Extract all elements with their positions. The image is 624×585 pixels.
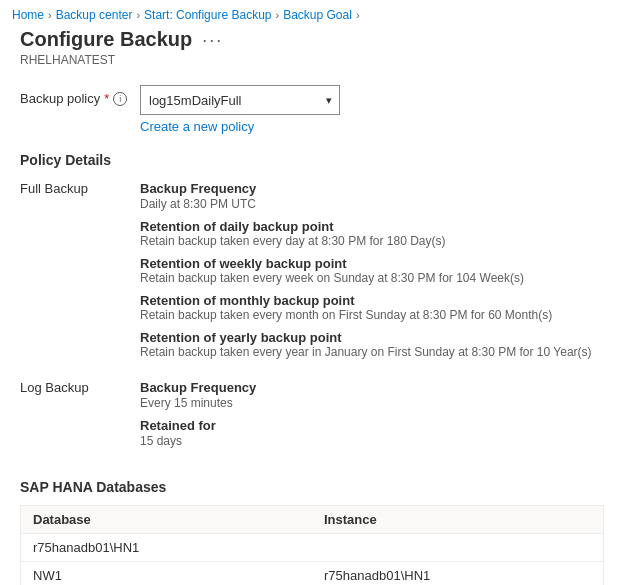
db-row2-instance: r75hanadb01\HN1 xyxy=(312,562,604,586)
breadcrumb-sep-2: › xyxy=(136,9,140,21)
sap-hana-section: SAP HANA Databases Database Instance r75… xyxy=(20,479,604,585)
info-icon[interactable]: i xyxy=(113,92,127,106)
breadcrumb: Home › Backup center › Start: Configure … xyxy=(0,0,624,28)
db-row1-instance xyxy=(312,534,604,562)
retention-weekly-block: Retention of weekly backup point Retain … xyxy=(140,256,604,285)
retention-yearly-block: Retention of yearly backup point Retain … xyxy=(140,330,604,359)
retention-monthly-block: Retention of monthly backup point Retain… xyxy=(140,293,604,322)
log-backup-row: Log Backup Backup Frequency Every 15 min… xyxy=(20,370,604,459)
log-backup-frequency-title: Backup Frequency xyxy=(140,380,604,395)
table-row: NW1 r75hanadb01\HN1 xyxy=(21,562,604,586)
backup-policy-label: Backup policy * i xyxy=(20,85,140,106)
full-backup-row: Full Backup Backup Frequency Daily at 8:… xyxy=(20,178,604,370)
retention-monthly-title: Retention of monthly backup point xyxy=(140,293,604,308)
required-indicator: * xyxy=(104,91,109,106)
log-backup-retained-value: 15 days xyxy=(140,434,604,448)
retention-weekly-text: Retain backup taken every week on Sunday… xyxy=(140,271,604,285)
log-backup-content: Backup Frequency Every 15 minutes Retain… xyxy=(140,370,604,459)
full-backup-label: Full Backup xyxy=(20,178,140,370)
col-database-header: Database xyxy=(21,506,313,534)
retention-yearly-text: Retain backup taken every year in Januar… xyxy=(140,345,604,359)
breadcrumb-sep-1: › xyxy=(48,9,52,21)
create-new-policy-link[interactable]: Create a new policy xyxy=(140,119,604,134)
policy-control-area: log15mDailyFull ▾ Create a new policy xyxy=(140,85,604,134)
policy-select-wrapper: log15mDailyFull ▾ xyxy=(140,85,340,115)
log-backup-frequency-block: Backup Frequency Every 15 minutes xyxy=(140,380,604,410)
log-backup-retained-block: Retained for 15 days xyxy=(140,418,604,448)
policy-details-table: Full Backup Backup Frequency Daily at 8:… xyxy=(20,178,604,459)
sap-hana-section-title: SAP HANA Databases xyxy=(20,479,604,495)
retention-weekly-title: Retention of weekly backup point xyxy=(140,256,604,271)
backup-policy-row: Backup policy * i log15mDailyFull ▾ Crea… xyxy=(20,85,604,134)
db-row2-database: NW1 xyxy=(21,562,313,586)
breadcrumb-sep-4: › xyxy=(356,9,360,21)
retention-daily-block: Retention of daily backup point Retain b… xyxy=(140,219,604,248)
table-header-row: Database Instance xyxy=(21,506,604,534)
breadcrumb-backup-center[interactable]: Backup center xyxy=(56,8,133,22)
full-backup-frequency-title: Backup Frequency xyxy=(140,181,604,196)
breadcrumb-home[interactable]: Home xyxy=(12,8,44,22)
breadcrumb-backup-goal[interactable]: Backup Goal xyxy=(283,8,352,22)
retention-yearly-title: Retention of yearly backup point xyxy=(140,330,604,345)
log-backup-retained-title: Retained for xyxy=(140,418,604,433)
retention-monthly-text: Retain backup taken every month on First… xyxy=(140,308,604,322)
full-backup-frequency-block: Backup Frequency Daily at 8:30 PM UTC xyxy=(140,181,604,211)
table-row: r75hanadb01\HN1 xyxy=(21,534,604,562)
retention-daily-title: Retention of daily backup point xyxy=(140,219,604,234)
log-backup-frequency-value: Every 15 minutes xyxy=(140,396,604,410)
breadcrumb-configure-backup[interactable]: Start: Configure Backup xyxy=(144,8,271,22)
full-backup-frequency-value: Daily at 8:30 PM UTC xyxy=(140,197,604,211)
col-instance-header: Instance xyxy=(312,506,604,534)
more-options-icon[interactable]: ··· xyxy=(202,30,223,51)
breadcrumb-sep-3: › xyxy=(275,9,279,21)
db-row1-database: r75hanadb01\HN1 xyxy=(21,534,313,562)
policy-select[interactable]: log15mDailyFull xyxy=(140,85,340,115)
retention-daily-text: Retain backup taken every day at 8:30 PM… xyxy=(140,234,604,248)
sap-hana-table: Database Instance r75hanadb01\HN1 NW1 r7… xyxy=(20,505,604,585)
page-subtitle: RHELHANATEST xyxy=(20,53,604,67)
page-title: Configure Backup xyxy=(20,28,192,51)
full-backup-content: Backup Frequency Daily at 8:30 PM UTC Re… xyxy=(140,178,604,370)
policy-details-section-title: Policy Details xyxy=(20,152,604,168)
log-backup-label: Log Backup xyxy=(20,370,140,459)
page-header: Configure Backup ··· xyxy=(20,28,604,51)
